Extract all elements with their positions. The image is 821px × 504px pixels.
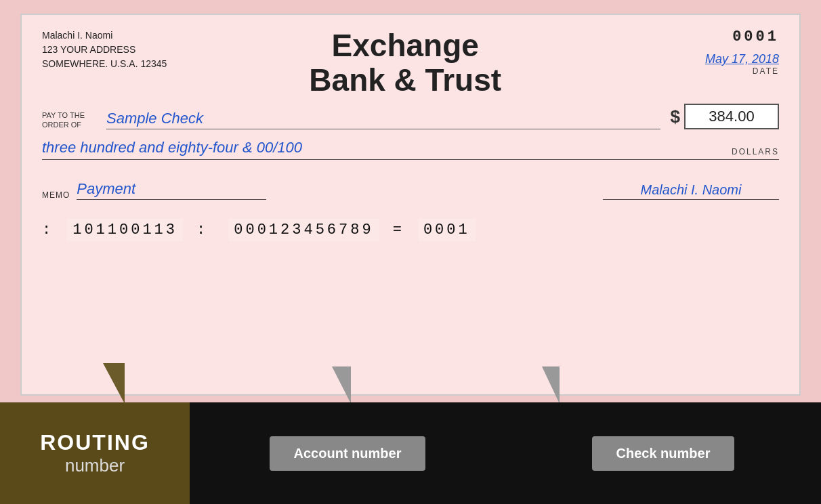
pay-to-row: PAY TO THEORDER OF Sample Check $ 384.00 bbox=[42, 104, 779, 129]
signature-line: Malachi I. Naomi bbox=[603, 182, 779, 200]
routing-label: ROUTING number bbox=[0, 402, 190, 504]
micr-row: : 101100113 : 000123456789 = 0001 bbox=[42, 219, 779, 241]
memo-value: Payment bbox=[77, 180, 135, 197]
account-arrow bbox=[332, 366, 351, 404]
check-body: Malachi I. Naomi 123 YOUR ADDRESS SOMEWH… bbox=[20, 14, 801, 396]
micr-check: 0001 bbox=[418, 219, 476, 241]
date-section: May 17, 2018 DATE bbox=[705, 52, 779, 76]
routing-arrow bbox=[103, 363, 125, 404]
check-label-section: Check number bbox=[505, 402, 821, 504]
routing-subtitle: number bbox=[65, 455, 125, 476]
check-top-right: 0001 May 17, 2018 DATE bbox=[644, 28, 779, 76]
pay-to-name: Sample Check bbox=[106, 110, 203, 127]
micr-delim1: : bbox=[42, 222, 54, 238]
owner-name: Malachi I. Naomi bbox=[42, 28, 167, 43]
micr-account: 000123456789 bbox=[228, 219, 379, 241]
micr-account-delim: = bbox=[393, 222, 404, 238]
written-amount: three hundred and eighty-four & 00/100 bbox=[42, 139, 302, 156]
date-value: May 17, 2018 bbox=[705, 52, 779, 66]
dollar-box: $ 384.00 bbox=[671, 104, 779, 129]
amount-box: 384.00 bbox=[684, 104, 779, 129]
account-badge: Account number bbox=[270, 436, 426, 471]
memo-line: Payment bbox=[77, 180, 266, 200]
check-arrow bbox=[542, 366, 560, 404]
routing-title: ROUTING bbox=[40, 430, 150, 455]
account-label-section: Account number bbox=[190, 402, 505, 504]
written-amount-row: three hundred and eighty-four & 00/100 D… bbox=[42, 139, 779, 160]
address-line2: SOMEWHERE. U.S.A. 12345 bbox=[42, 57, 167, 71]
check-address: Malachi I. Naomi 123 YOUR ADDRESS SOMEWH… bbox=[42, 28, 167, 71]
bottom-area: ROUTING number Account number Check numb… bbox=[0, 402, 821, 504]
pay-to-line: Sample Check bbox=[106, 110, 660, 129]
check-number-top: 0001 bbox=[732, 28, 779, 45]
pay-to-label: PAY TO THEORDER OF bbox=[42, 110, 103, 130]
dollars-label: DOLLARS bbox=[732, 147, 779, 156]
date-label: DATE bbox=[753, 66, 779, 76]
check-badge: Check number bbox=[592, 436, 735, 471]
signature-value: Malachi I. Naomi bbox=[641, 182, 742, 197]
memo-label: MEMO bbox=[42, 190, 70, 200]
dollar-sign: $ bbox=[671, 106, 680, 127]
micr-delim2: : bbox=[196, 222, 208, 238]
memo-left: MEMO Payment bbox=[42, 180, 266, 200]
memo-row: MEMO Payment Malachi I. Naomi bbox=[42, 180, 779, 200]
address-line1: 123 YOUR ADDRESS bbox=[42, 43, 167, 57]
bank-name: Exchange Bank & Trust bbox=[309, 28, 501, 97]
micr-routing: 101100113 bbox=[67, 219, 183, 241]
